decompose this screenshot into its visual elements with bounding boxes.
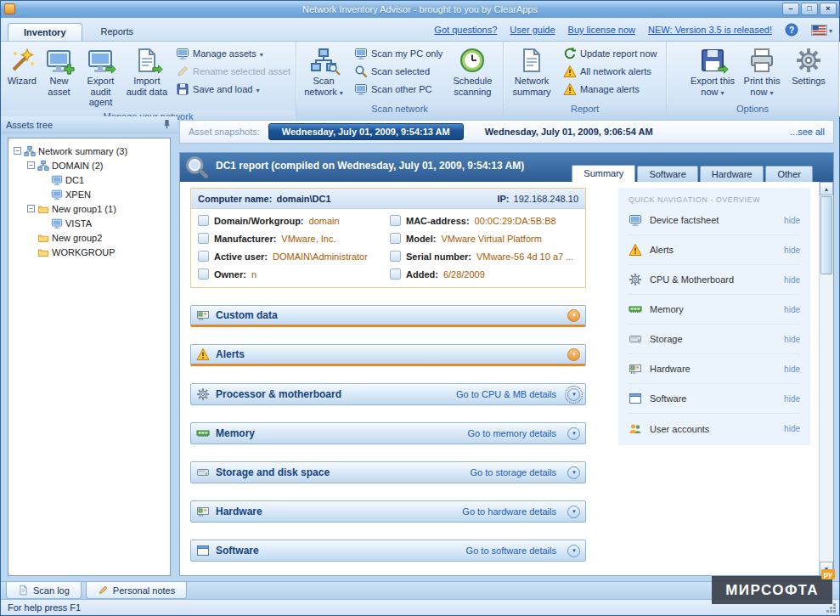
snapshot-previous-button[interactable]: Wednesday, July 01, 2009, 9:06:54 AM xyxy=(472,124,666,139)
link-got-questions[interactable]: Got questions? xyxy=(434,25,497,35)
scroll-thumb[interactable] xyxy=(820,196,832,274)
go-to-cpu-details-link[interactable]: Go to CPU & MB details xyxy=(456,389,556,399)
import-audit-data-button[interactable]: Import audit data xyxy=(125,44,169,99)
pin-icon[interactable] xyxy=(161,119,172,130)
hide-link[interactable]: hide xyxy=(784,305,800,314)
scan-my-pc-button[interactable]: Scan my PC only xyxy=(354,47,443,60)
expand-custom-data-button[interactable] xyxy=(567,309,580,322)
quicknav-cpu-motherboard[interactable]: CPU & Motherboard hide xyxy=(629,265,800,295)
scan-log-tab[interactable]: Scan log xyxy=(6,582,82,599)
tree-item-workgroup[interactable]: WORKGROUP xyxy=(10,245,168,259)
app-window: Network Inventory Advisor - brought to y… xyxy=(0,0,840,616)
update-report-now-button[interactable]: Update report now xyxy=(563,47,657,60)
quicknav-user-accounts[interactable]: User accounts hide xyxy=(629,414,800,444)
snapshot-current-button[interactable]: Wednesday, July 01, 2009, 9:54:13 AM xyxy=(268,123,464,140)
schedule-scanning-button[interactable]: Schedule scanning xyxy=(446,44,499,99)
settings-button[interactable]: Settings xyxy=(787,44,830,89)
scan-selected-button[interactable]: Scan selected xyxy=(354,65,443,78)
hide-link[interactable]: hide xyxy=(784,335,800,344)
personal-notes-tab[interactable]: Personal notes xyxy=(86,582,187,599)
link-buy-license[interactable]: Buy license now xyxy=(568,25,636,35)
new-asset-button[interactable]: New asset xyxy=(42,44,77,99)
quicknav-storage[interactable]: Storage hide xyxy=(629,325,800,354)
expand-hardware-button[interactable] xyxy=(567,506,580,518)
scan-network-button[interactable]: Scan network xyxy=(300,44,347,99)
quicknav-software[interactable]: Software hide xyxy=(629,384,800,414)
quicknav-memory[interactable]: Memory hide xyxy=(629,295,800,325)
expand-memory-button[interactable] xyxy=(567,427,580,440)
go-to-hardware-details-link[interactable]: Go to hardware details xyxy=(462,506,556,517)
hide-link[interactable]: hide xyxy=(784,394,800,404)
field-icon xyxy=(390,251,401,262)
go-to-storage-details-link[interactable]: Go to storage details xyxy=(470,467,556,478)
domain-icon xyxy=(37,160,49,172)
expand-cpu-button[interactable] xyxy=(567,388,580,401)
scroll-up-button[interactable] xyxy=(820,182,833,195)
maximize-button[interactable] xyxy=(801,3,818,15)
scan-other-pc-button[interactable]: Scan other PC xyxy=(354,82,443,96)
app-icon xyxy=(4,3,15,14)
collapse-icon[interactable] xyxy=(27,205,35,212)
vertical-scrollbar[interactable] xyxy=(819,182,833,575)
hide-link[interactable]: hide xyxy=(784,275,800,285)
tree-item-new-group2[interactable]: New group2 xyxy=(10,230,168,245)
quicknav-alerts[interactable]: Alerts hide xyxy=(629,235,800,265)
section-memory[interactable]: Memory Go to memory details xyxy=(190,422,586,444)
close-button[interactable] xyxy=(820,3,837,15)
section-software[interactable]: Software Go to software details xyxy=(190,540,586,562)
hide-link[interactable]: hide xyxy=(784,246,800,255)
expand-software-button[interactable] xyxy=(567,545,580,557)
tree-item-dc1[interactable]: DC1 xyxy=(10,172,168,187)
network-summary-button[interactable]: Network summary xyxy=(507,44,556,99)
tab-software[interactable]: Software xyxy=(637,166,697,182)
see-all-link[interactable]: ...see all xyxy=(790,127,825,137)
chevron-down-icon xyxy=(340,87,343,97)
go-to-software-details-link[interactable]: Go to software details xyxy=(466,545,556,556)
hide-link[interactable]: hide xyxy=(784,365,800,374)
manage-alerts-button[interactable]: Manage alerts xyxy=(563,82,657,96)
tree-item-vista[interactable]: VISTA xyxy=(10,216,168,230)
wizard-button[interactable]: Wizard xyxy=(4,44,40,89)
language-selector[interactable] xyxy=(811,25,832,36)
all-network-alerts-button[interactable]: All network alerts xyxy=(563,65,657,78)
save-and-load-button[interactable]: Save and load xyxy=(176,82,290,96)
print-this-now-button[interactable]: Print this now xyxy=(738,44,786,99)
tab-inventory[interactable]: Inventory xyxy=(8,23,82,41)
device-factsheet-icon xyxy=(629,213,642,227)
expand-storage-button[interactable] xyxy=(567,466,580,479)
hide-link[interactable]: hide xyxy=(784,216,800,225)
expand-alerts-button[interactable] xyxy=(567,348,580,361)
go-to-memory-details-link[interactable]: Go to memory details xyxy=(467,428,556,438)
section-alerts[interactable]: Alerts xyxy=(190,344,586,366)
section-storage[interactable]: Storage and disk space Go to storage det… xyxy=(190,461,586,483)
tree-item-domain[interactable]: DOMAIN (2) xyxy=(10,158,168,172)
quicknav-device-factsheet[interactable]: Device factsheet hide xyxy=(629,206,800,235)
tree-item-xpen[interactable]: XPEN xyxy=(10,187,168,201)
field-icon xyxy=(390,268,401,280)
link-new-version[interactable]: NEW: Version 3.5 is released! xyxy=(648,25,772,35)
tab-reports[interactable]: Reports xyxy=(85,22,150,41)
tab-hardware[interactable]: Hardware xyxy=(700,166,764,182)
manage-assets-button[interactable]: Manage assets xyxy=(176,47,290,60)
chevron-down-icon xyxy=(256,84,259,94)
memory-icon xyxy=(629,302,642,316)
help-icon[interactable] xyxy=(785,23,798,37)
export-this-now-button[interactable]: Export this now xyxy=(689,44,736,99)
section-processor-motherboard[interactable]: Processor & motherboard Go to CPU & MB d… xyxy=(190,383,586,405)
tab-summary[interactable]: Summary xyxy=(572,165,635,182)
hide-link[interactable]: hide xyxy=(784,424,800,433)
collapse-icon[interactable] xyxy=(14,147,21,155)
tab-other[interactable]: Other xyxy=(765,166,813,182)
export-audit-agent-button[interactable]: Export audit agent xyxy=(78,44,122,110)
tree-item-new-group1[interactable]: New group1 (1) xyxy=(10,201,168,216)
watermark-badge: ру xyxy=(821,569,835,579)
folder-icon xyxy=(37,203,49,215)
tree-item-network-summary[interactable]: Network summary (3) xyxy=(10,144,168,158)
collapse-icon[interactable] xyxy=(27,161,35,169)
minimize-button[interactable] xyxy=(782,3,799,15)
link-user-guide[interactable]: User guide xyxy=(510,25,555,35)
rename-selected-asset-button[interactable]: Rename selected asset xyxy=(176,65,290,78)
section-hardware[interactable]: Hardware Go to hardware details xyxy=(190,500,586,523)
section-custom-data[interactable]: Custom data xyxy=(190,305,586,327)
quicknav-hardware[interactable]: Hardware hide xyxy=(629,354,800,384)
